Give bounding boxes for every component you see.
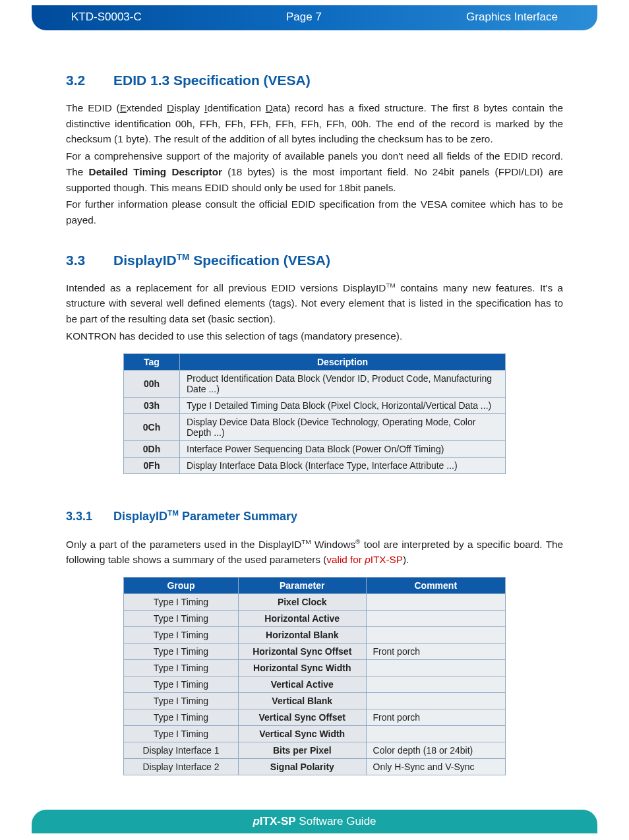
page-header: KTD-S0003-C Page 7 Graphics Interface xyxy=(32,5,597,30)
edid-e: E xyxy=(120,102,127,113)
para-3-3-1: Intended as a replacement for all previo… xyxy=(66,280,563,327)
table-parameters: Group Parameter Comment Type I TimingPix… xyxy=(123,577,506,775)
table-row: Type I TimingVertical Blank xyxy=(124,693,506,709)
para-3-3-1-1: Only a part of the parameters used in th… xyxy=(66,537,563,568)
section-title: DisplayIDTM Parameter Summary xyxy=(113,510,297,523)
table-row: Type I TimingVertical Sync OffsetFront p… xyxy=(124,709,506,726)
para-3-2-1: The EDID (Extended Display Identificatio… xyxy=(66,100,563,147)
heading-3-3-1: 3.3.1DisplayIDTM Parameter Summary xyxy=(66,508,563,524)
table-header-row: Group Parameter Comment xyxy=(124,578,506,594)
table-row: Type I TimingHorizontal Sync OffsetFront… xyxy=(124,644,506,660)
col-tag: Tag xyxy=(124,353,180,370)
section-number: 3.3.1 xyxy=(66,510,113,524)
page-number: Page 7 xyxy=(286,11,322,24)
col-group: Group xyxy=(124,578,239,594)
table-row: Type I TimingHorizontal Active xyxy=(124,611,506,627)
table-row: 0ChDisplay Device Data Block (Device Tec… xyxy=(124,413,506,440)
doc-id: KTD-S0003-C xyxy=(71,11,142,24)
table-row: Type I TimingHorizontal Blank xyxy=(124,627,506,644)
para-3-2-3: For further information please consult t… xyxy=(66,196,563,227)
table-row: Type I TimingPixel Clock xyxy=(124,594,506,611)
table-row: 0FhDisplay Interface Data Block (Interfa… xyxy=(124,457,506,473)
heading-3-2: 3.2EDID 1.3 Specification (VESA) xyxy=(66,73,563,88)
table-tags: Tag Description 00hProduct Identificatio… xyxy=(123,353,506,474)
section-name: Graphics Interface xyxy=(466,11,558,24)
para-3-2-2: For a comprehensive support of the major… xyxy=(66,148,563,195)
section-title: EDID 1.3 Specification (VESA) xyxy=(113,73,311,88)
table-row: Display Interface 1Bits per PixelColor d… xyxy=(124,742,506,759)
table-row: 03hType I Detailed Timing Data Block (Pi… xyxy=(124,397,506,413)
heading-3-3: 3.3DisplayIDTM Specification (VESA) xyxy=(66,252,563,268)
table-row: Type I TimingHorizontal Sync Width xyxy=(124,660,506,676)
page-footer: pITX-SP Software Guide xyxy=(32,810,597,833)
table-row: 00hProduct Identification Data Block (Ve… xyxy=(124,370,506,397)
section-number: 3.2 xyxy=(66,73,113,88)
table-header-row: Tag Description xyxy=(124,353,506,370)
valid-for-note: valid for pITX-SP xyxy=(326,554,403,565)
edid-d: D xyxy=(167,102,174,113)
col-description: Description xyxy=(180,353,506,370)
section-title: DisplayIDTM Specification (VESA) xyxy=(113,253,330,268)
table-row: Display Interface 2Signal PolarityOnly H… xyxy=(124,759,506,775)
col-comment: Comment xyxy=(366,578,505,594)
table-row: Type I TimingVertical Active xyxy=(124,676,506,693)
footer-title: pITX-SP Software Guide xyxy=(253,815,376,828)
table-row: Type I TimingVertical Sync Width xyxy=(124,726,506,742)
col-parameter: Parameter xyxy=(238,578,366,594)
section-number: 3.3 xyxy=(66,253,113,268)
para-3-3-2: KONTRON has decided to use this selectio… xyxy=(66,328,563,344)
edid-d2: D xyxy=(266,102,273,113)
table-row: 0DhInterface Power Sequencing Data Block… xyxy=(124,440,506,457)
